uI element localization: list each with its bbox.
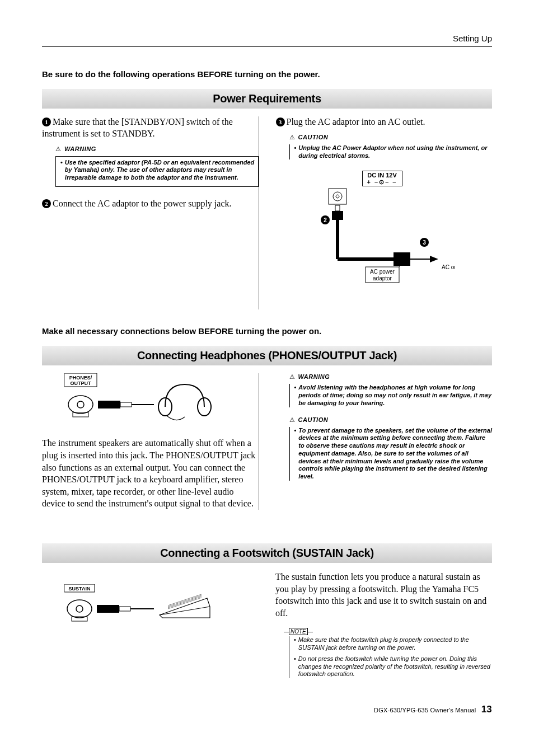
svg-point-1 xyxy=(333,192,342,201)
caution-icon: ⚠ xyxy=(289,416,296,423)
section-sustain-title: Connecting a Footswitch (SUSTAIN Jack) xyxy=(42,543,492,563)
step-3-badge: 3 xyxy=(276,118,285,126)
svg-text:PHONES/: PHONES/ xyxy=(69,375,92,381)
power-warning-1: ⚠ WARNING xyxy=(55,145,259,153)
svg-marker-11 xyxy=(430,256,438,262)
intro-1: Be sure to do the following operations B… xyxy=(42,69,492,79)
note-title: NOTE xyxy=(289,628,308,635)
svg-rect-32 xyxy=(72,617,87,621)
page-footer: DGX-630/YPG-635 Owner's Manual 13 xyxy=(42,704,492,715)
svg-line-40 xyxy=(168,598,202,609)
power-step3: 3Plug the AC adaptor into an AC outlet. xyxy=(276,116,493,128)
power-warn1-body-text: Use the specified adaptor (PA-5D or an e… xyxy=(65,159,255,182)
power-step2-text: Connect the AC adaptor to the power supp… xyxy=(53,199,231,208)
power-step2: 2Connect the AC adaptor to the power sup… xyxy=(42,198,259,210)
svg-text:SUSTAIN: SUSTAIN xyxy=(69,586,91,591)
power-step1-text: Make sure that the [STANDBY/ON] switch o… xyxy=(42,117,233,138)
svg-point-2 xyxy=(336,195,339,198)
warning-icon: ⚠ xyxy=(289,373,296,380)
svg-line-37 xyxy=(168,594,202,605)
power-caution-1-body: Unplug the AC Power Adaptor when not usi… xyxy=(289,144,493,160)
power-diagram-svg: 2 3 AC power adaptor xyxy=(310,186,455,298)
svg-rect-3 xyxy=(335,205,340,211)
caution-icon: ⚠ xyxy=(289,134,296,140)
header-rule xyxy=(42,46,492,47)
svg-rect-24 xyxy=(120,402,132,407)
svg-text:OUTPUT: OUTPUT xyxy=(71,381,92,386)
phones-caution: ⚠ CAUTION To prevent damage to the speak… xyxy=(276,416,493,481)
phones-diagram: PHONES/ OUTPUT xyxy=(64,373,259,426)
svg-rect-34 xyxy=(119,607,130,611)
power-step1: 1Make sure that the [STANDBY/ON] switch … xyxy=(42,116,259,140)
step-1-badge: 1 xyxy=(42,118,51,126)
svg-line-38 xyxy=(168,595,202,607)
intro-2: Make all necessary connections below BEF… xyxy=(42,326,492,336)
dcin-label: DC IN 12V + –⊙– – xyxy=(362,171,402,186)
svg-point-21 xyxy=(77,401,84,408)
section-power-title: Power Requirements xyxy=(42,89,492,109)
phones-body: The instrument speakers are automaticall… xyxy=(42,437,259,510)
svg-rect-9 xyxy=(394,252,410,266)
section-phones-title: Connecting Headphones (PHONES/OUTPUT Jac… xyxy=(42,346,492,365)
svg-text:adaptor: adaptor xyxy=(373,275,392,281)
power-diagram: DC IN 12V + –⊙– – 2 xyxy=(310,171,455,298)
sustain-body: The sustain function lets you produce a … xyxy=(275,571,492,619)
ac-outlet-label: AC outlet xyxy=(442,264,455,270)
svg-text:2: 2 xyxy=(324,217,327,223)
sustain-notes: Make sure that the footswitch plug is pr… xyxy=(289,636,492,678)
svg-rect-4 xyxy=(332,211,343,220)
sustain-diagram: SUSTAIN xyxy=(64,584,259,637)
power-step3-text: Plug the AC adaptor into an AC outlet. xyxy=(287,117,425,126)
page-number: 13 xyxy=(481,704,492,715)
svg-text:3: 3 xyxy=(423,240,426,246)
svg-rect-23 xyxy=(98,401,120,408)
power-warning-1-body: Use the specified adaptor (PA-5D or an e… xyxy=(55,156,259,187)
power-warn1-title: WARNING xyxy=(64,145,96,152)
svg-rect-22 xyxy=(73,412,88,417)
svg-point-30 xyxy=(67,600,92,618)
power-caution-1: ⚠ CAUTION xyxy=(289,134,493,141)
svg-point-20 xyxy=(68,396,93,414)
svg-rect-0 xyxy=(329,189,346,204)
svg-point-31 xyxy=(76,605,83,612)
power-caution1-title: CAUTION xyxy=(298,134,329,140)
header-section: Setting Up xyxy=(42,34,492,43)
svg-line-36 xyxy=(160,607,210,615)
ac-adaptor-label: AC power xyxy=(370,269,395,275)
warning-icon: ⚠ xyxy=(55,145,62,152)
svg-rect-33 xyxy=(97,605,119,613)
phones-warning: ⚠ WARNING Avoid listening with the headp… xyxy=(276,373,493,407)
power-caution1-body-text: Unplug the AC Power Adaptor when not usi… xyxy=(298,144,492,160)
step-2-badge: 2 xyxy=(42,199,51,208)
